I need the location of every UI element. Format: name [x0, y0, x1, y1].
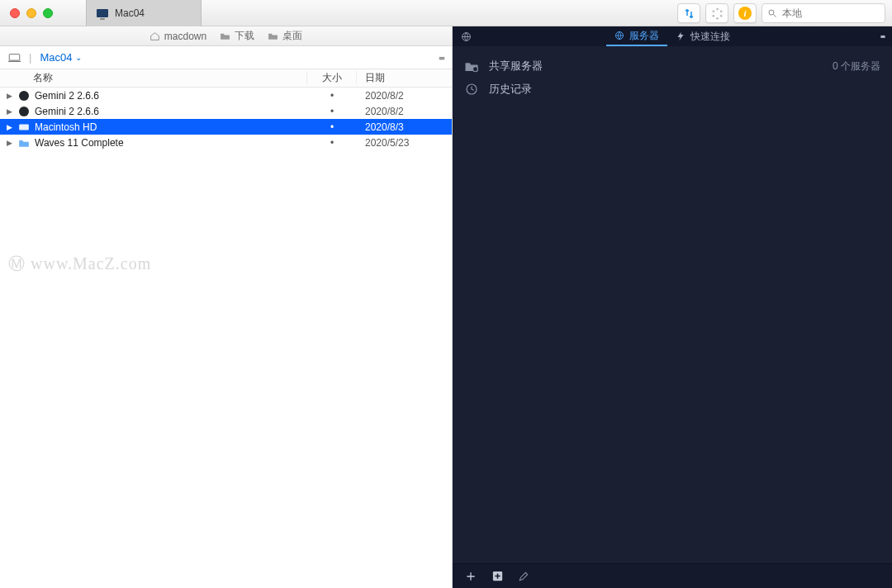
column-header-size[interactable]: 大小 — [307, 71, 357, 85]
local-panel: macdown 下载 桌面 | Mac04 ⌄ ▪▪ 名称 大小 — [0, 26, 453, 588]
activity-icon — [711, 7, 724, 20]
folder-icon — [220, 31, 230, 40]
svg-point-5 — [712, 10, 714, 12]
separator: | — [29, 51, 31, 64]
column-header-name[interactable]: 名称 — [0, 71, 307, 85]
disclosure-triangle-icon[interactable]: ▶ — [5, 139, 13, 147]
table-row[interactable]: ▶Gemini 2 2.6.6•2020/8/2 — [0, 88, 452, 103]
path-label: macdown — [164, 31, 206, 42]
item-count: 0 个服务器 — [833, 59, 880, 74]
window-traffic-lights — [10, 8, 53, 18]
path-label: 桌面 — [282, 29, 302, 43]
folder-icon — [268, 31, 278, 40]
history-icon — [464, 83, 479, 96]
home-icon — [149, 31, 160, 40]
file-size: • — [307, 121, 357, 133]
globe-icon — [614, 31, 624, 40]
tab-servers[interactable]: 服务器 — [606, 26, 667, 46]
file-icon — [17, 121, 31, 133]
search-input[interactable] — [782, 7, 880, 19]
window-tab[interactable]: Mac04 — [86, 0, 202, 26]
path-bar: macdown 下载 桌面 — [0, 26, 452, 46]
svg-rect-10 — [19, 124, 29, 130]
file-name: Gemini 2 2.6.6 — [35, 106, 307, 117]
search-box[interactable] — [762, 3, 885, 23]
lightning-icon — [676, 31, 686, 41]
svg-line-7 — [774, 15, 776, 17]
file-icon — [17, 137, 31, 149]
svg-rect-9 — [8, 60, 21, 61]
file-size: • — [307, 137, 357, 149]
path-item-desktop[interactable]: 桌面 — [268, 29, 302, 43]
table-row[interactable]: ▶Gemini 2 2.6.6•2020/8/2 — [0, 103, 452, 119]
path-item-home[interactable]: macdown — [149, 31, 206, 42]
table-row[interactable]: ▶Waves 11 Complete•2020/5/23 — [0, 135, 452, 150]
list-item[interactable]: 共享服务器 0 个服务器 — [464, 55, 880, 78]
remote-panel: 服务器 快速连接 ▪▪ 共享服务器 0 个服务器 — [453, 26, 892, 588]
svg-point-1 — [719, 10, 722, 12]
info-button[interactable]: i — [733, 3, 757, 23]
svg-rect-8 — [9, 54, 20, 60]
svg-point-0 — [716, 7, 719, 10]
file-name: Waves 11 Complete — [35, 137, 307, 149]
tab-quick-connect[interactable]: 快速连接 — [667, 26, 738, 46]
path-item-downloads[interactable]: 下载 — [220, 29, 254, 43]
location-bar: | Mac04 ⌄ ▪▪ — [0, 46, 452, 69]
file-date: 2020/8/3 — [357, 121, 452, 133]
globe-icon[interactable] — [461, 31, 472, 42]
file-name: Gemini 2 2.6.6 — [35, 90, 307, 102]
tab-label: 快速连接 — [690, 30, 730, 44]
column-header-date[interactable]: 日期 — [357, 71, 452, 85]
svg-point-3 — [716, 17, 719, 19]
location-dropdown[interactable]: Mac04 ⌄ — [40, 51, 82, 64]
table-row[interactable]: ▶Macintosh HD•2020/8/3 — [0, 119, 452, 135]
add-group-button[interactable] — [491, 570, 504, 583]
file-name: Macintosh HD — [35, 121, 307, 133]
item-label: 共享服务器 — [489, 59, 823, 74]
toolbar-right: i — [677, 3, 885, 23]
server-list: 共享服务器 0 个服务器 历史记录 — [453, 46, 892, 109]
info-icon: i — [738, 7, 752, 20]
item-label: 历史记录 — [489, 83, 880, 97]
svg-point-2 — [719, 15, 722, 17]
edit-button[interactable] — [517, 570, 530, 583]
svg-point-6 — [769, 10, 774, 15]
remote-bottom-bar — [453, 563, 892, 588]
svg-point-14 — [473, 67, 478, 72]
disclosure-triangle-icon[interactable]: ▶ — [5, 123, 13, 131]
window-titlebar: Mac04 i — [0, 0, 892, 26]
shared-server-icon — [464, 59, 479, 73]
view-mode-button[interactable]: ▪▪ — [880, 31, 884, 42]
file-list: Ⓜ www.MacZ.com ▶Gemini 2 2.6.6•2020/8/2▶… — [0, 88, 452, 588]
add-button[interactable] — [464, 570, 477, 583]
file-date: 2020/8/2 — [357, 106, 452, 117]
tab-title: Mac04 — [115, 7, 145, 19]
minimize-icon[interactable] — [26, 8, 36, 18]
disclosure-triangle-icon[interactable]: ▶ — [5, 92, 13, 100]
file-date: 2020/5/23 — [357, 137, 452, 149]
list-item[interactable]: 历史记录 — [464, 78, 880, 101]
maximize-icon[interactable] — [43, 8, 53, 18]
file-icon — [17, 90, 31, 102]
file-size: • — [307, 90, 357, 102]
sync-icon — [683, 7, 695, 20]
device-icon[interactable] — [8, 53, 21, 63]
close-icon[interactable] — [10, 8, 20, 18]
watermark: Ⓜ www.MacZ.com — [8, 253, 151, 275]
location-name: Mac04 — [40, 51, 72, 64]
svg-point-4 — [712, 15, 714, 17]
view-mode-button[interactable]: ▪▪ — [439, 51, 444, 64]
tab-label: 服务器 — [629, 29, 659, 43]
column-headers: 名称 大小 日期 — [0, 69, 452, 88]
file-date: 2020/8/2 — [357, 90, 452, 102]
file-icon — [17, 106, 31, 117]
search-icon — [767, 8, 777, 18]
sync-button[interactable] — [677, 3, 700, 23]
activity-button[interactable] — [705, 3, 728, 23]
chevron-down-icon: ⌄ — [75, 53, 82, 62]
remote-tabs: 服务器 快速连接 ▪▪ — [453, 26, 892, 46]
path-label: 下载 — [235, 29, 254, 43]
disclosure-triangle-icon[interactable]: ▶ — [5, 107, 13, 116]
svg-point-11 — [21, 126, 22, 128]
file-size: • — [307, 106, 357, 117]
